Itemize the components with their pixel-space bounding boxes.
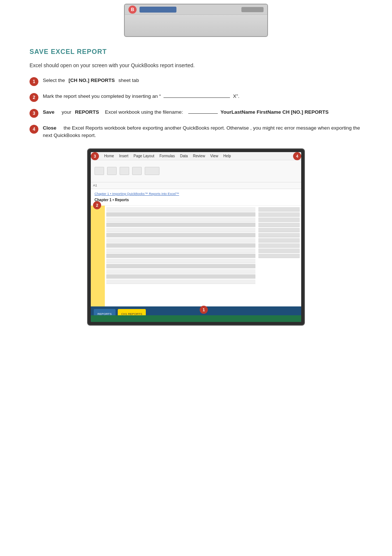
badge-2: 2 (93, 201, 101, 209)
data-row-11 (106, 259, 255, 263)
step-text-2: Mark the report sheet you completed by i… (43, 93, 362, 100)
step-4: 4 Close the Excel Reports workbook befor… (30, 124, 362, 140)
top-image-section: B (30, 4, 362, 37)
right-row-7 (258, 238, 300, 243)
ribbon-btn-5[interactable] (145, 167, 159, 175)
step1-part1: Select the (43, 78, 65, 83)
data-columns (105, 206, 257, 307)
step-badge-1: 1 (30, 77, 38, 86)
excel-ribbon (91, 160, 301, 182)
badge-3-corner: 3 (91, 152, 99, 160)
step-badge-2: 2 (30, 93, 38, 102)
excel-inner: File Home Insert Page Layout Formulas Da… (91, 152, 301, 322)
data-row-13 (106, 269, 255, 274)
ribbon-btn-4[interactable] (132, 167, 142, 175)
excel-title-bold: Chapter 1 • Reports (94, 198, 129, 202)
ribbon-btn-1[interactable] (94, 167, 104, 175)
right-row-2 (258, 212, 300, 217)
menu-data: Data (180, 154, 188, 158)
data-row-1 (106, 207, 255, 212)
right-data (257, 206, 301, 307)
data-row-5 (106, 228, 255, 232)
step1-part2: [CH NO.] REPORTS (69, 77, 115, 84)
step-badge-3: 3 (30, 109, 38, 118)
top-screenshot: B (124, 4, 268, 37)
data-row-12 (106, 264, 255, 268)
ribbon-btn-2[interactable] (107, 167, 117, 175)
data-row-2 (106, 212, 255, 217)
right-row-6 (258, 233, 300, 237)
top-bar-content (140, 7, 176, 13)
step2-part3: X”. (233, 93, 239, 99)
excel-screenshot-container: 3 4 File Home Insert Page Layout Formula… (87, 148, 305, 326)
step3-part6: YourLastName FirstName CH [NO.] REPORTS (220, 109, 329, 115)
excel-title-area: Chapter 1 • Importing QuickBooks™ Report… (91, 189, 301, 206)
data-row-8 (106, 243, 255, 248)
step4-part2: the Excel Reports workbook before export… (43, 125, 360, 138)
excel-formula-bar: A1 (91, 182, 301, 189)
step1-part3: sheet tab (118, 78, 139, 83)
top-bar: B (125, 4, 267, 15)
step3-part1: Save (43, 109, 55, 115)
right-row-3 (258, 217, 300, 222)
right-row-5 (258, 228, 300, 232)
save-excel-section: SAVE EXCEL REPORT Excel should open on y… (30, 48, 362, 326)
step3-part3: REPORTS (75, 109, 99, 116)
badge-4-corner: 4 (293, 152, 301, 160)
data-row-6 (106, 233, 255, 237)
menu-help: Help (223, 154, 231, 158)
menu-formulas: Formulas (159, 154, 175, 158)
step-text-4: Close the Excel Reports workbook before … (43, 124, 362, 140)
right-row-4 (258, 223, 300, 227)
step-3: 3 Save your REPORTS Excel workbook using… (30, 109, 362, 118)
badge-1-on-tab: 1 (200, 306, 208, 314)
step-list: 1 Select the [CH NO.] REPORTS sheet tab … (30, 77, 362, 140)
step-1: 1 Select the [CH NO.] REPORTS sheet tab (30, 77, 362, 86)
ribbon-btn-3[interactable] (120, 167, 129, 175)
menu-pagelayout: Page Layout (134, 154, 154, 158)
intro-text: Excel should open on your screen with yo… (30, 62, 362, 69)
excel-screenshot-wrapper: 3 4 File Home Insert Page Layout Formula… (30, 148, 362, 326)
menu-review: Review (193, 154, 205, 158)
excel-data-area: 2 (91, 206, 301, 307)
data-row-9 (106, 248, 255, 253)
data-row-14 (106, 274, 255, 279)
data-row-15 (106, 279, 255, 284)
excel-title-link: Chapter 1 • Importing QuickBooks™ Report… (94, 192, 298, 196)
menu-home: Home (104, 154, 114, 158)
step3-part2: your (62, 109, 71, 115)
yellow-column: 2 (91, 206, 105, 307)
step3-part4: Excel workbook using the filename: (105, 109, 183, 116)
step-2: 2 Mark the report sheet you completed by… (30, 93, 362, 102)
top-badge: B (128, 6, 137, 14)
data-row-3 (106, 217, 255, 222)
right-row-10 (258, 254, 300, 258)
data-row-7 (106, 238, 255, 243)
right-row-1 (258, 207, 300, 212)
data-row-10 (106, 254, 255, 258)
top-bar-right (241, 7, 264, 12)
step2-part1: Mark the report sheet you completed by i… (43, 93, 161, 99)
excel-menu-bar: File Home Insert Page Layout Formulas Da… (91, 152, 301, 160)
excel-green-bar (91, 315, 301, 322)
excel-screenshot: 3 4 File Home Insert Page Layout Formula… (87, 148, 305, 326)
menu-view: View (210, 154, 219, 158)
section-title: SAVE EXCEL REPORT (30, 48, 362, 56)
right-row-8 (258, 243, 300, 248)
data-row-4 (106, 223, 255, 227)
step4-part1: Close (43, 125, 56, 131)
menu-insert: Insert (119, 154, 128, 158)
right-row-9 (258, 248, 300, 253)
step-text-1: Select the [CH NO.] REPORTS sheet tab (43, 77, 362, 84)
step-badge-4: 4 (30, 125, 38, 134)
formula-bar-text: A1 (93, 183, 97, 187)
step-text-3: Save your REPORTS Excel workbook using t… (43, 109, 362, 116)
